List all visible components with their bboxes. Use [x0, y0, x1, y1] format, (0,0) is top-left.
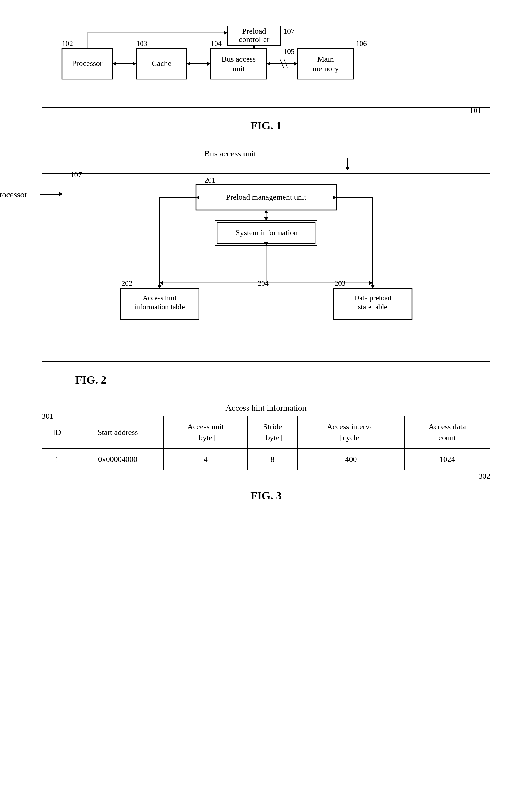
- cell-stride: 8: [248, 448, 298, 470]
- cell-access-unit: 4: [163, 448, 248, 470]
- svg-marker-56: [160, 281, 163, 285]
- fig1-arrows-svg: Processor Cache Bus access unit Main mem…: [54, 26, 480, 99]
- svg-text:unit: unit: [232, 64, 245, 73]
- svg-marker-20: [113, 62, 116, 66]
- fig3-label-302-row: 302: [42, 472, 490, 481]
- fig1-section: Processor Cache Bus access unit Main mem…: [23, 17, 509, 132]
- svg-marker-21: [133, 62, 136, 66]
- fig2-bus-arrow-line: [347, 158, 348, 167]
- col-access-interval: Access interval[cycle]: [298, 416, 404, 448]
- svg-marker-67: [369, 281, 373, 285]
- table-row: 1 0x00004000 4 8 400 1024: [42, 448, 490, 470]
- svg-text:204: 204: [258, 279, 269, 287]
- svg-text:104: 104: [211, 40, 221, 48]
- fig1-outer-border: Processor Cache Bus access unit Main mem…: [42, 17, 490, 108]
- svg-text:controller: controller: [239, 35, 270, 44]
- svg-marker-24: [207, 62, 211, 66]
- svg-text:Preload: Preload: [242, 27, 266, 35]
- fig2-svg: Preload management unit 201 System infor…: [56, 182, 476, 350]
- svg-text:Access hint: Access hint: [142, 294, 176, 302]
- svg-marker-32: [252, 45, 256, 48]
- svg-marker-23: [187, 62, 190, 66]
- svg-text:Main: Main: [317, 55, 334, 63]
- fig2-bus-access-unit-label: Bus access unit: [204, 149, 256, 158]
- fig2-inner-layout: Preload management unit 201 System infor…: [51, 182, 481, 350]
- fig2-processor-arrowhead: [59, 192, 62, 196]
- col-access-data-count: Access datacount: [404, 416, 490, 448]
- svg-marker-64: [371, 285, 375, 289]
- svg-text:information table: information table: [134, 303, 185, 311]
- fig3-label-301: 301: [42, 411, 54, 421]
- svg-text:102: 102: [62, 40, 73, 48]
- svg-marker-53: [264, 217, 268, 221]
- svg-text:203: 203: [334, 279, 345, 287]
- fig1-caption: FIG. 1: [23, 119, 509, 132]
- fig3-label-302: 302: [479, 472, 490, 480]
- svg-marker-52: [264, 210, 268, 213]
- svg-text:Cache: Cache: [152, 59, 171, 68]
- fig3-title-row: 301 Access hint information: [42, 403, 490, 413]
- fig1-label-101: 101: [470, 106, 481, 115]
- cell-access-interval: 400: [298, 448, 404, 470]
- fig2-caption: FIG. 2: [75, 373, 490, 386]
- svg-text:state table: state table: [358, 303, 387, 311]
- svg-text:System information: System information: [235, 228, 298, 237]
- cell-access-data-count: 1024: [404, 448, 490, 470]
- svg-text:107: 107: [284, 27, 294, 35]
- svg-text:Preload management unit: Preload management unit: [226, 193, 306, 201]
- svg-text:Data preload: Data preload: [354, 294, 391, 302]
- svg-marker-26: [267, 62, 270, 66]
- svg-text:Processor: Processor: [72, 59, 103, 68]
- fig3-section: 301 Access hint information ID Start add…: [42, 403, 490, 502]
- col-start-address: Start address: [72, 416, 163, 448]
- svg-marker-60: [158, 285, 161, 289]
- svg-marker-35: [224, 31, 227, 35]
- col-stride: Stride[byte]: [248, 416, 298, 448]
- svg-text:Bus access: Bus access: [221, 55, 256, 63]
- fig2-section: Bus access unit 107 Processor Preload ma…: [42, 149, 490, 386]
- svg-text:202: 202: [121, 279, 132, 287]
- svg-text:201: 201: [204, 176, 215, 184]
- svg-rect-7: [298, 48, 354, 79]
- svg-text:103: 103: [136, 40, 147, 48]
- fig2-processor-arrow: [40, 194, 60, 194]
- fig2-outer-box: 107 Processor Preload management unit 20…: [42, 173, 490, 362]
- svg-text:106: 106: [356, 40, 367, 48]
- fig2-processor-label: Processor: [0, 190, 27, 199]
- col-access-unit: Access unit[byte]: [163, 416, 248, 448]
- fig3-section-title: Access hint information: [226, 403, 306, 413]
- cell-start-address: 0x00004000: [72, 448, 163, 470]
- cell-id: 1: [42, 448, 72, 470]
- col-id: ID: [42, 416, 72, 448]
- svg-text:memory: memory: [313, 64, 339, 73]
- svg-rect-4: [211, 48, 267, 79]
- fig2-bus-arrowhead-down: [345, 167, 350, 170]
- svg-marker-27: [294, 62, 298, 66]
- fig2-label-107: 107: [70, 170, 82, 179]
- svg-text:105: 105: [284, 47, 294, 56]
- fig3-caption: FIG. 3: [42, 489, 490, 502]
- fig3-table: ID Start address Access unit[byte] Strid…: [42, 416, 490, 470]
